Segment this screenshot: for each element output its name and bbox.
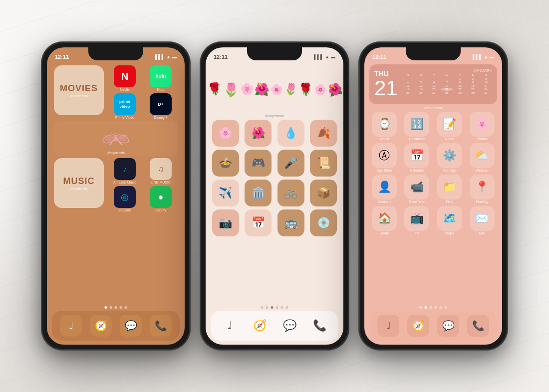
dock-music-icon[interactable]: ♩ <box>60 315 82 337</box>
shazam-app[interactable]: ◎ Shazam <box>108 186 142 212</box>
p2-dock-messages-icon[interactable]: 💬 <box>278 315 300 337</box>
cal-day: 6 <box>428 81 440 84</box>
cal-day: 20 <box>428 88 440 91</box>
amazon-music-app[interactable]: ♪ Amazon Music <box>108 158 142 184</box>
p2-app-camera[interactable]: 📷 <box>211 209 241 236</box>
phone-1-time: 12:11 <box>55 54 69 60</box>
dock-messages-icon[interactable]: 💬 <box>120 315 142 337</box>
spotify-app[interactable]: ● Spotify <box>144 186 178 212</box>
dock-compass-icon[interactable]: 🧭 <box>90 315 112 337</box>
p2-app-mic[interactable]: 🎤 <box>276 150 306 177</box>
prime-video-label: Prime Video <box>115 116 134 119</box>
music-widget[interactable]: MUSIC Widgetsmith <box>54 158 104 208</box>
p3-weather-app[interactable]: ⛅ Weather <box>467 143 497 172</box>
p3-contacts-app[interactable]: 👤 Contacts <box>369 175 399 203</box>
p2-dock-phone-icon[interactable]: 📞 <box>308 315 330 337</box>
hulu-app[interactable]: hulu Hulu <box>144 65 178 91</box>
p2-dock-compass-icon[interactable]: 🧭 <box>249 315 271 337</box>
cal-day <box>441 77 453 80</box>
phone-1-notch <box>88 47 143 60</box>
cal-day: 14 <box>441 84 453 87</box>
phone-3-widget-label: Widgetsmith <box>369 106 497 110</box>
cal-day: 10 <box>480 81 492 84</box>
calendar-right: JANUARY SMTWTFS 123 45678910 11121314151… <box>402 68 492 100</box>
p3-files-app[interactable]: 📁 Files <box>435 175 465 203</box>
p2-icon-box: 🎤 <box>277 150 304 177</box>
cal-day: 19 <box>415 88 427 91</box>
p3-calculator-app[interactable]: 🔢 Calculator <box>402 112 432 141</box>
dow: W <box>441 74 453 77</box>
p2-dock-music-icon[interactable]: ♩ <box>219 315 241 337</box>
p2-app-leaf[interactable]: 🍂 <box>309 120 339 147</box>
p3-icon-box: 📺 <box>404 206 429 231</box>
p3-dock-phone-icon[interactable]: 📞 <box>467 315 489 337</box>
wifi-icon: ▲ <box>166 54 171 59</box>
p2-app-bowl[interactable]: 🍲 <box>211 150 241 177</box>
notes-label: Notes <box>445 137 454 141</box>
p3-icon-box: Ⓐ <box>372 143 397 168</box>
p2-app-bank[interactable]: 🏛️ <box>244 180 274 206</box>
p3-notes-app[interactable]: 📝 Notes <box>435 112 465 141</box>
cal-day: 24 <box>480 88 492 91</box>
p3-icon-box: 🗺️ <box>437 206 462 231</box>
p2-app-rose[interactable]: 🌺 <box>244 120 274 147</box>
p3-facetime-app[interactable]: 📹 FaceTime <box>402 175 432 203</box>
dow: F <box>467 74 479 77</box>
dot-5 <box>281 306 283 309</box>
bow-widget: ✦ ✦ ✦ Widgetsmith <box>54 121 178 156</box>
p2-app-water[interactable]: 💧 <box>276 120 306 147</box>
p2-icon-box: 📜 <box>310 150 337 177</box>
dot-3 <box>115 306 117 309</box>
p3-tv-app[interactable]: 📺 TV <box>402 206 432 235</box>
calendar-widget[interactable]: THU 21 JANUARY SMTWTFS 123 45678910 <box>369 64 497 104</box>
cal-day: 2 <box>467 77 479 80</box>
dot-1 <box>420 306 422 309</box>
p3-icon-box: 📍 <box>470 175 495 199</box>
p3-dock-messages-icon[interactable]: 💬 <box>437 315 459 337</box>
phone-1-status-icons: ▌▌▌ ▲ ▬ <box>155 54 177 59</box>
signal-icon: ▌▌▌ <box>155 54 165 59</box>
p2-app-bike[interactable]: 🚲 <box>276 180 306 206</box>
p2-app-box[interactable]: 📦 <box>309 180 339 206</box>
p3-dock-music-icon[interactable]: ♩ <box>377 315 399 337</box>
bow-widget-label: Widgetsmith <box>107 151 125 155</box>
p3-icon-box: ⚙️ <box>437 143 462 168</box>
p3-calendar-app[interactable]: 📅 Calender <box>402 143 432 172</box>
p2-app-plane[interactable]: ✈️ <box>211 180 241 206</box>
netflix-app[interactable]: N Netflix <box>108 65 142 91</box>
phone-3-notch <box>406 47 461 60</box>
phone-1-page-dots <box>105 306 127 309</box>
p3-home-app[interactable]: 🏠 Home <box>369 206 399 235</box>
p2-app-disc[interactable]: 💿 <box>309 209 339 236</box>
p3-photos-app[interactable]: 🌸 Photos <box>467 112 497 141</box>
p3-appstore-app[interactable]: Ⓐ App Store <box>369 143 399 172</box>
p2-app-flowers[interactable]: 🌸 <box>211 120 241 147</box>
cal-day <box>428 77 440 80</box>
disney-plus-app[interactable]: D+ Disney + <box>144 93 178 119</box>
disney-plus-label: Disney + <box>154 116 167 119</box>
prime-video-app[interactable]: prime video Prime Video <box>108 93 142 119</box>
p3-dock-compass-icon[interactable]: 🧭 <box>407 315 429 337</box>
dock-phone-icon[interactable]: 📞 <box>150 315 172 337</box>
flower-4: 🌺 <box>254 81 271 97</box>
p3-maps-app[interactable]: 🗺️ Maps <box>435 206 465 235</box>
phone-2-screen: 12:11 ▌▌▌ ▲ ▬ 🌹 🌷 🌸 🌺 🌸 🌷 🌹 <box>206 47 343 345</box>
dot-4 <box>276 306 278 309</box>
cal-day: 26 <box>415 91 427 94</box>
p3-settings-app[interactable]: ⚙️ Settings <box>435 143 465 172</box>
phone-1-row2: MUSIC Widgetsmith ♪ Amazon Music ♫ LINE … <box>54 158 178 212</box>
p2-app-scroll[interactable]: 📜 <box>309 150 339 177</box>
p3-mail-app[interactable]: ✉️ Mail <box>467 206 497 235</box>
phone-2-widget-label: Widgetsmith <box>211 114 338 118</box>
p2-app-calendar[interactable]: 📅 <box>244 209 274 236</box>
p2-app-bus[interactable]: 🚌 <box>276 209 306 236</box>
dot-5 <box>125 306 127 309</box>
p2-app-game[interactable]: 🎮 <box>244 150 274 177</box>
calendar-grid: SMTWTFS 123 45678910 11121314151617 1819… <box>402 74 492 94</box>
calendar-day-number: 21 <box>374 78 398 99</box>
line-music-app[interactable]: ♫ LINE MUSIC <box>144 158 178 184</box>
p3-watch-app[interactable]: ⌚ Watch <box>369 112 399 141</box>
movies-widget[interactable]: MOVIES Widgetsmith <box>54 65 104 115</box>
phone-1-dock: ♩ 🧭 💬 📞 <box>52 311 180 341</box>
p3-findmy-app[interactable]: 📍 Find My <box>467 175 497 203</box>
